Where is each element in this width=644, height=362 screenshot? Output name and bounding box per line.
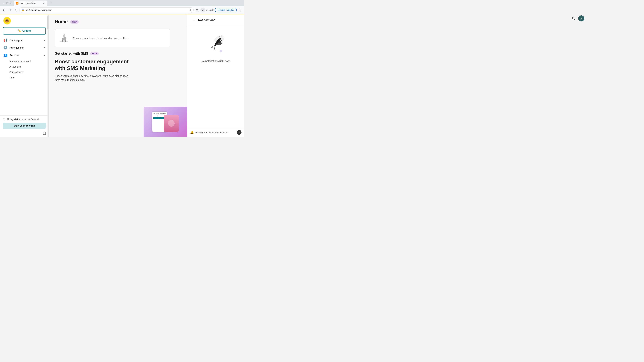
sidebar: 🐵 ✏️ Create 📢 Campaigns ▾ ⚙️ Automations… xyxy=(0,14,49,137)
close-btn[interactable] xyxy=(10,2,12,4)
svg-rect-4 xyxy=(62,37,66,40)
help-btn[interactable]: ? xyxy=(237,130,242,135)
start-trial-btn[interactable]: Start your free trial xyxy=(3,123,46,129)
audience-dashboard-label: Audience dashboard xyxy=(10,60,31,63)
main-content: Home New Recommended next steps bas xyxy=(49,14,187,137)
audience-icon: 👥 xyxy=(3,53,8,57)
svg-rect-2 xyxy=(43,132,46,135)
address-bar[interactable]: 🔒 ☆ xyxy=(20,7,194,13)
trial-days: 89 days left xyxy=(7,118,18,120)
audience-label: Audience xyxy=(10,54,42,56)
svg-point-8 xyxy=(220,50,222,52)
automations-icon: ⚙️ xyxy=(3,45,8,50)
page-title-row: Home New xyxy=(55,19,170,24)
notifications-back-btn[interactable]: ← xyxy=(191,17,196,23)
signup-forms-label: Signup forms xyxy=(10,71,23,73)
bookmark-btn[interactable]: ☆ xyxy=(189,9,192,11)
audience-chevron-icon: ▴ xyxy=(44,54,45,56)
notifications-body: No notifications right now. xyxy=(187,26,244,128)
tags-label: Tags xyxy=(10,76,14,79)
sidebar-nav: 📢 Campaigns ▾ ⚙️ Automations ▾ 👥 Audienc… xyxy=(0,36,48,115)
new-tab-btn[interactable]: + xyxy=(49,1,53,5)
campaigns-label: Campaigns xyxy=(10,39,42,42)
notifications-panel: ← Notifications xyxy=(187,14,244,137)
forward-nav-btn[interactable] xyxy=(8,7,13,13)
app-layout: 🐵 ✏️ Create 📢 Campaigns ▾ ⚙️ Automations… xyxy=(0,14,244,137)
sidebar-footer: ⏱ 89 days left to access a free trial. S… xyxy=(0,115,48,130)
browser-chrome: M Home | Mailchimp ✕ + xyxy=(0,0,244,6)
audience-dashboard-item[interactable]: Audience dashboard xyxy=(0,59,48,64)
svg-rect-1 xyxy=(43,132,44,135)
browser-toolbar-actions: Incognito Relaunch to update xyxy=(194,7,243,13)
sms-section: Get started with SMS New Boost customer … xyxy=(55,52,170,82)
automations-chevron-icon: ▾ xyxy=(44,46,45,49)
feedback-icon: 🔔 xyxy=(190,131,194,134)
reload-btn[interactable] xyxy=(14,7,19,13)
svg-point-6 xyxy=(64,40,66,42)
signup-forms-item[interactable]: Signup forms xyxy=(0,69,48,75)
svg-rect-0 xyxy=(6,2,8,4)
sidebar-collapse-btn[interactable] xyxy=(42,131,47,136)
page-title: Home xyxy=(55,19,68,24)
lock-icon: 🔒 xyxy=(22,9,24,11)
sms-new-badge: New xyxy=(90,52,99,55)
page-new-badge: New xyxy=(70,20,79,24)
no-notifications-text: No notifications right now. xyxy=(202,59,230,62)
all-contacts-item[interactable]: All contacts xyxy=(0,64,48,69)
tags-item[interactable]: Tags xyxy=(0,75,48,80)
pencil-icon: ✏️ xyxy=(18,29,21,32)
all-contacts-label: All contacts xyxy=(10,65,22,68)
sidebar-toggle-btn[interactable] xyxy=(194,7,200,13)
sms-subtext: Reach your audience any time, anywhere—w… xyxy=(55,74,132,82)
create-label: Create xyxy=(22,29,31,32)
tab-close-btn[interactable]: ✕ xyxy=(42,2,45,5)
create-btn[interactable]: ✏️ Create xyxy=(3,27,46,34)
restore-btn[interactable] xyxy=(6,2,8,4)
active-tab[interactable]: M Home | Mailchimp ✕ xyxy=(14,0,47,6)
automations-label: Automations xyxy=(10,46,42,49)
tab-favicon: M xyxy=(16,2,18,4)
sidebar-item-audience[interactable]: 👥 Audience ▴ xyxy=(0,51,48,59)
chrome-menu-btn[interactable] xyxy=(238,7,243,13)
tab-title: Home | Mailchimp xyxy=(20,2,41,4)
sms-headline: Boost customer engagement with SMS Marke… xyxy=(55,58,135,71)
sidebar-logo: 🐵 xyxy=(0,14,48,26)
campaigns-icon: 📢 xyxy=(3,38,8,42)
window-controls xyxy=(1,2,13,4)
recommended-illustration xyxy=(59,33,70,43)
back-nav-btn[interactable] xyxy=(1,7,7,13)
notifications-title: Notifications xyxy=(198,18,215,22)
feedback-text: Feedback about your home page? xyxy=(196,131,235,134)
address-bar-row: 🔒 ☆ Incognito Relaunch to update xyxy=(0,6,244,14)
svg-point-3 xyxy=(60,40,68,42)
sidebar-item-automations[interactable]: ⚙️ Automations ▾ xyxy=(0,44,48,51)
relaunch-btn[interactable]: Relaunch to update xyxy=(215,8,237,12)
minimize-btn[interactable] xyxy=(3,2,5,4)
clock-icon: ⏱ xyxy=(3,118,5,121)
sidebar-item-campaigns[interactable]: 📢 Campaigns ▾ xyxy=(0,36,48,44)
recommended-section: Recommended next steps based on your pro… xyxy=(55,29,170,47)
campaigns-chevron-icon: ▾ xyxy=(44,39,45,41)
url-input[interactable] xyxy=(26,9,188,11)
notifications-illustration xyxy=(202,33,229,56)
sidebar-scrollbar[interactable] xyxy=(48,14,48,137)
recommended-text: Recommended next steps based on your pro… xyxy=(73,37,128,39)
svg-point-5 xyxy=(62,40,63,42)
incognito-label: Incognito xyxy=(206,9,214,11)
incognito-avatar xyxy=(200,8,205,12)
sms-title: Get started with SMS xyxy=(55,52,88,55)
sms-preview-image: Join our text club and get 10% off your … xyxy=(144,107,187,137)
trial-text: to access a free trial. xyxy=(19,118,40,120)
notifications-header: ← Notifications xyxy=(187,14,244,26)
feedback-bar: 🔔 Feedback about your home page? ? xyxy=(187,128,244,137)
